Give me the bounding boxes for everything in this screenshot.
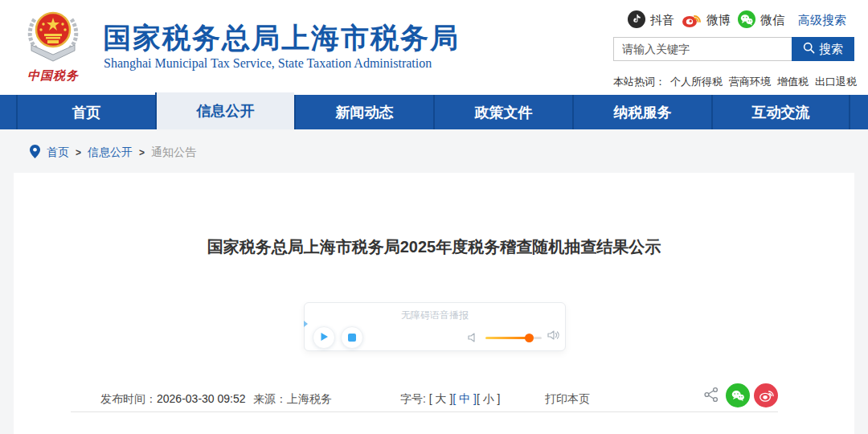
breadcrumb-separator: > — [139, 147, 145, 158]
font-size-medium-button[interactable]: [ 中 ] — [452, 392, 477, 405]
wechat-label: 微信 — [760, 13, 784, 28]
font-size-label: 字号: — [400, 392, 429, 405]
search-button[interactable]: 搜索 — [792, 37, 854, 61]
publish-time: 发布时间：2026-03-30 09:52 — [100, 392, 246, 407]
weibo-link[interactable]: 微博 — [682, 10, 731, 31]
breadcrumb-bar: 首页 > 信息公开 > 通知公告 — [0, 129, 868, 173]
font-size-small-button[interactable]: [ 小 ] — [477, 392, 501, 405]
location-pin-icon — [30, 145, 40, 161]
hot-word[interactable]: 增值税 — [777, 75, 809, 89]
font-size-large-button[interactable]: [ 大 ] — [429, 392, 453, 405]
hot-word[interactable]: 个人所得税 — [670, 75, 723, 89]
nav-item-policy[interactable]: 政策文件 — [433, 95, 572, 129]
nav-item-info-disclosure[interactable]: 信息公开 — [155, 92, 294, 129]
audio-player: 无障碍语音播报 — [304, 302, 566, 351]
breadcrumb-info-disclosure[interactable]: 信息公开 — [88, 145, 133, 160]
publish-time-value: 2026-03-30 09:52 — [157, 392, 246, 405]
play-icon — [319, 330, 329, 345]
share-icons — [703, 383, 778, 407]
search-icon — [803, 42, 815, 56]
article-title: 国家税务总局上海市税务局2025年度税务稽查随机抽查结果公示 — [14, 173, 854, 258]
volume-high-icon — [547, 330, 560, 344]
player-handle-icon — [304, 321, 308, 327]
breadcrumb-current: 通知公告 — [151, 145, 196, 160]
search-button-label: 搜索 — [819, 42, 843, 57]
nav-item-home[interactable]: 首页 — [16, 95, 155, 129]
stop-icon — [348, 334, 356, 342]
tax-emblem-icon — [25, 53, 81, 67]
font-size-control: 字号: [ 大 ][ 中 ][ 小 ] — [400, 392, 500, 407]
print-page-button[interactable]: 打印本页 — [545, 392, 590, 407]
hot-words: 本站热词： 个人所得税 营商环境 增值税 出口退税 — [613, 75, 862, 89]
site-title: 国家税务总局上海市税务局 — [103, 19, 460, 57]
site-header: 中国税务 国家税务总局上海市税务局 Shanghai Municipal Tax… — [0, 0, 868, 95]
breadcrumb-separator: > — [76, 147, 81, 158]
wechat-icon — [738, 10, 755, 31]
stop-button[interactable] — [341, 326, 363, 349]
volume-slider[interactable] — [485, 337, 542, 339]
breadcrumb-home[interactable]: 首页 — [47, 145, 69, 160]
site-subtitle: Shanghai Municipal Tax Service, State Ta… — [104, 56, 432, 71]
audio-player-label: 无障碍语音播报 — [305, 309, 565, 322]
publish-time-label: 发布时间： — [100, 392, 157, 405]
weibo-label: 微博 — [706, 13, 731, 28]
main-nav-items: 首页 信息公开 新闻动态 政策文件 纳税服务 互动交流 — [16, 95, 850, 129]
article-card: 国家税务总局上海市税务局2025年度税务稽查随机抽查结果公示 无障碍语音播报 — [14, 173, 854, 434]
hot-word[interactable]: 营商环境 — [729, 75, 771, 89]
site-logo: 中国税务 — [18, 8, 88, 84]
volume-slider-handle[interactable] — [525, 334, 534, 342]
search-input[interactable] — [613, 37, 792, 61]
search-row: 搜索 — [613, 37, 854, 61]
douyin-link[interactable]: 抖音 — [628, 10, 674, 31]
topbar: 抖音 微博 — [628, 11, 846, 29]
hot-words-label: 本站热词： — [613, 75, 665, 89]
play-button[interactable] — [313, 326, 335, 349]
source: 来源：上海税务 — [253, 392, 332, 407]
breadcrumb: 首页 > 信息公开 > 通知公告 — [30, 145, 196, 161]
nav-item-interaction[interactable]: 互动交流 — [711, 95, 850, 129]
source-label: 来源： — [253, 392, 287, 405]
share-weibo-button[interactable] — [754, 383, 778, 407]
hot-word[interactable]: 出口退税 — [815, 75, 857, 89]
source-value: 上海税务 — [287, 392, 332, 405]
emblem-caption: 中国税务 — [18, 68, 88, 84]
nav-item-tax-service[interactable]: 纳税服务 — [572, 95, 711, 129]
weibo-icon — [682, 10, 702, 31]
douyin-icon — [628, 10, 645, 31]
douyin-label: 抖音 — [650, 13, 674, 28]
advanced-search-link[interactable]: 高级搜索 — [798, 13, 846, 28]
wechat-link[interactable]: 微信 — [738, 10, 784, 31]
page: 中国税务 国家税务总局上海市税务局 Shanghai Municipal Tax… — [0, 0, 868, 434]
main-nav: 首页 信息公开 新闻动态 政策文件 纳税服务 互动交流 — [0, 95, 868, 129]
nav-item-news[interactable]: 新闻动态 — [294, 95, 433, 129]
article-meta-row: 发布时间：2026-03-30 09:52 来源：上海税务 字号: [ 大 ][… — [71, 388, 778, 412]
share-wechat-button[interactable] — [726, 383, 750, 407]
volume-low-icon — [468, 331, 477, 346]
share-icon[interactable] — [703, 387, 719, 405]
